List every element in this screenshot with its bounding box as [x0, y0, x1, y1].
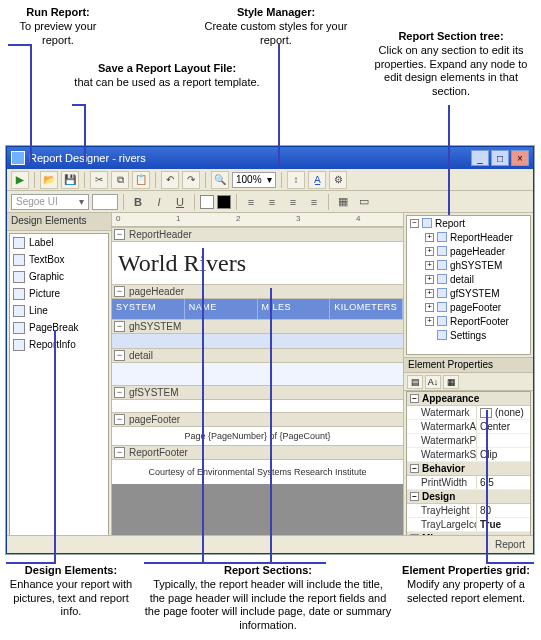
footer-credit[interactable]: Courtesy of Environmental Systems Resear…	[148, 467, 366, 477]
collapse-icon[interactable]: −	[114, 414, 125, 425]
col-kilometers[interactable]: KILOMETERS	[330, 299, 403, 319]
page-expression[interactable]: Page {PageNumber} of {PageCount}	[184, 431, 330, 441]
alphabetical-button[interactable]: A↓	[425, 375, 441, 389]
save-layout-button[interactable]: 💾	[61, 171, 79, 189]
maximize-button[interactable]: □	[491, 150, 509, 166]
collapse-icon[interactable]: −	[114, 350, 125, 361]
tree-node[interactable]: +pageFooter	[407, 300, 530, 314]
align-right-button[interactable]: ≡	[284, 193, 302, 211]
de-item-graphic[interactable]: Graphic	[10, 268, 108, 285]
collapse-icon[interactable]: −	[114, 387, 125, 398]
label-icon	[13, 237, 25, 249]
property-grid[interactable]: −Appearance Watermark(none) WatermarkAli…	[406, 391, 531, 551]
border-style-button[interactable]: ▭	[355, 193, 373, 211]
prop-row[interactable]: WatermarkAlignmCenter	[407, 420, 530, 434]
de-item-pagebreak[interactable]: PageBreak	[10, 319, 108, 336]
cat-behavior[interactable]: −Behavior	[407, 462, 530, 476]
props-page-button[interactable]: ▦	[443, 375, 459, 389]
gfsystem-body[interactable]	[112, 400, 403, 412]
report-title-label[interactable]: World Rivers	[118, 250, 246, 277]
collapse-icon[interactable]: −	[114, 321, 125, 332]
font-size-combo[interactable]	[92, 194, 118, 210]
tree-node[interactable]: +ghSYSTEM	[407, 258, 530, 272]
italic-button[interactable]: I	[150, 193, 168, 211]
reorder-button[interactable]: ↕	[287, 171, 305, 189]
tree-node[interactable]: +ReportFooter	[407, 314, 530, 328]
design-surface[interactable]: −ReportHeader World Rivers −pageHeader S…	[112, 227, 403, 538]
align-center-button[interactable]: ≡	[263, 193, 281, 211]
section-bar-reportheader[interactable]: −ReportHeader	[112, 227, 403, 242]
prop-row[interactable]: TrayLargeIconTrue	[407, 518, 530, 532]
section-bar-detail[interactable]: −detail	[112, 348, 403, 363]
zoom-in-button[interactable]: 🔍	[211, 171, 229, 189]
copy-button[interactable]: ⧉	[111, 171, 129, 189]
cat-appearance[interactable]: −Appearance	[407, 392, 530, 406]
callout-line	[202, 248, 204, 562]
border-button[interactable]: ▦	[334, 193, 352, 211]
surface-padding	[112, 484, 403, 538]
align-left-button[interactable]: ≡	[242, 193, 260, 211]
paste-button[interactable]: 📋	[132, 171, 150, 189]
section-bar-pageheader[interactable]: −pageHeader	[112, 284, 403, 299]
col-system[interactable]: SYSTEM	[112, 299, 185, 319]
col-miles[interactable]: MILES	[258, 299, 331, 319]
de-item-line[interactable]: Line	[10, 302, 108, 319]
de-item-reportinfo[interactable]: ReportInfo	[10, 336, 108, 353]
forecolor-swatch[interactable]	[200, 195, 214, 209]
run-report-button[interactable]: ▶	[11, 171, 29, 189]
section-bar-reportfooter[interactable]: −ReportFooter	[112, 445, 403, 460]
backcolor-swatch[interactable]	[217, 195, 231, 209]
pagefooter-body[interactable]: Page {PageNumber} of {PageCount}	[112, 427, 403, 445]
tree-node[interactable]: +ReportHeader	[407, 230, 530, 244]
tree-node-settings[interactable]: Settings	[407, 328, 530, 342]
callout-line	[270, 288, 272, 562]
section-bar-ghsystem[interactable]: −ghSYSTEM	[112, 319, 403, 334]
redo-button[interactable]: ↷	[182, 171, 200, 189]
callout-run-report: Run Report: To preview your report.	[8, 6, 108, 47]
callout-line	[486, 410, 488, 562]
cat-design[interactable]: −Design	[407, 490, 530, 504]
collapse-icon[interactable]: −	[114, 286, 125, 297]
de-item-label[interactable]: Label	[10, 234, 108, 251]
cut-button[interactable]: ✂	[90, 171, 108, 189]
prop-row[interactable]: WatermarkSizeMClip	[407, 448, 530, 462]
de-item-picture[interactable]: Picture	[10, 285, 108, 302]
ghsystem-body[interactable]	[112, 334, 403, 348]
style-manager-button[interactable]: A̲	[308, 171, 326, 189]
reportheader-body[interactable]: World Rivers	[112, 242, 403, 284]
tree-root[interactable]: −Report	[407, 216, 530, 230]
section-bar-pagefooter[interactable]: −pageFooter	[112, 412, 403, 427]
callout-line	[72, 104, 86, 106]
reportfooter-body[interactable]: Courtesy of Environmental Systems Resear…	[112, 460, 403, 484]
close-button[interactable]: ×	[511, 150, 529, 166]
de-item-textbox[interactable]: TextBox	[10, 251, 108, 268]
tree-node[interactable]: +pageHeader	[407, 244, 530, 258]
align-justify-button[interactable]: ≡	[305, 193, 323, 211]
bold-button[interactable]: B	[129, 193, 147, 211]
pageheader-body[interactable]: SYSTEM NAME MILES KILOMETERS	[112, 299, 403, 319]
section-bar-gfsystem[interactable]: −gfSYSTEM	[112, 385, 403, 400]
callout-save-layout: Save a Report Layout File: that can be u…	[72, 62, 262, 90]
settings-button[interactable]: ⚙	[329, 171, 347, 189]
element-properties-header: Element Properties	[404, 357, 533, 373]
horizontal-ruler[interactable]: 0 1 2 3 4	[112, 213, 403, 227]
minimize-button[interactable]: _	[471, 150, 489, 166]
collapse-icon[interactable]: −	[114, 447, 125, 458]
undo-button[interactable]: ↶	[161, 171, 179, 189]
prop-row[interactable]: TrayHeight80	[407, 504, 530, 518]
prop-row[interactable]: PrintWidth6.5	[407, 476, 530, 490]
open-button[interactable]: 📂	[40, 171, 58, 189]
categorized-button[interactable]: ▤	[407, 375, 423, 389]
col-name[interactable]: NAME	[185, 299, 258, 319]
collapse-icon[interactable]: −	[114, 229, 125, 240]
zoom-combo[interactable]: 100%▾	[232, 172, 276, 188]
underline-button[interactable]: U	[171, 193, 189, 211]
section-icon	[437, 288, 447, 298]
font-combo[interactable]: Segoe UI▾	[11, 194, 89, 210]
section-icon	[437, 232, 447, 242]
tree-node[interactable]: +gfSYSTEM	[407, 286, 530, 300]
detail-body[interactable]	[112, 363, 403, 385]
tree-node[interactable]: +detail	[407, 272, 530, 286]
prop-row[interactable]: WatermarkPrintO	[407, 434, 530, 448]
prop-row[interactable]: Watermark(none)	[407, 406, 530, 420]
